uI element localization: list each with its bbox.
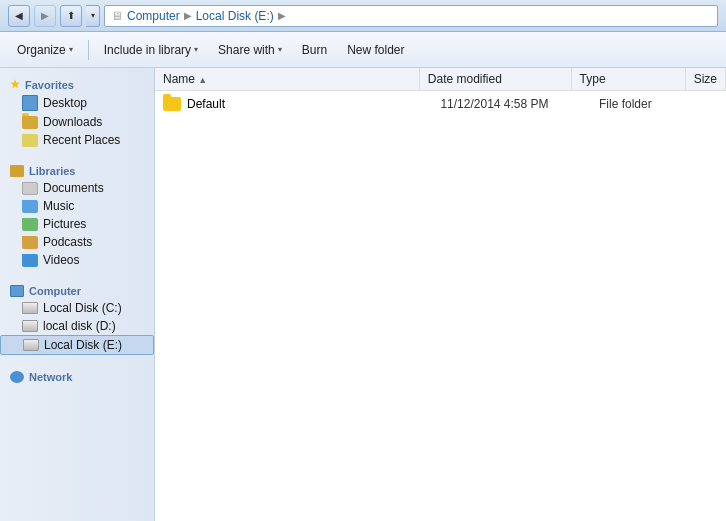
sidebar-item-local-disk-c[interactable]: Local Disk (C:) [0,299,154,317]
toolbar-divider-1 [88,40,89,60]
sidebar: ★ Favorites Desktop Downloads Recent Pla… [0,68,155,521]
sidebar-favorites-label: ★ Favorites [0,74,154,93]
col-header-date[interactable]: Date modified [420,68,572,90]
sidebar-item-recent-places[interactable]: Recent Places [0,131,154,149]
address-bar: ◀ ▶ ⬆ ▾ 🖥 Computer ▶ Local Disk (E:) ▶ [0,0,726,32]
videos-icon [22,254,38,267]
drive-e-icon [23,339,39,351]
file-type-cell: File folder [591,93,710,115]
sidebar-item-pictures[interactable]: Pictures [0,215,154,233]
desktop-icon [22,95,38,111]
new-folder-button[interactable]: New folder [338,37,413,63]
organize-chevron-icon: ▾ [69,45,73,54]
sidebar-item-documents[interactable]: Documents [0,179,154,197]
sidebar-item-local-disk-d[interactable]: local disk (D:) [0,317,154,335]
col-header-type[interactable]: Type [572,68,686,90]
breadcrumb-sep-1: ▶ [184,10,192,21]
main-content: ★ Favorites Desktop Downloads Recent Pla… [0,68,726,521]
back-button[interactable]: ◀ [8,5,30,27]
sidebar-item-desktop[interactable]: Desktop [0,93,154,113]
toolbar: Organize ▾ Include in library ▾ Share wi… [0,32,726,68]
file-list-header: Name ▲ Date modified Type Size [155,68,726,91]
star-icon: ★ [10,78,20,91]
file-list: Name ▲ Date modified Type Size Default 1… [155,68,726,521]
downloads-icon [22,116,38,129]
breadcrumb: 🖥 Computer ▶ Local Disk (E:) ▶ [104,5,718,27]
sidebar-section-libraries: Libraries Documents Music Pictures Podca… [0,161,154,269]
sidebar-item-videos[interactable]: Videos [0,251,154,269]
libraries-icon [10,165,24,177]
file-size-cell [710,100,726,108]
include-library-chevron-icon: ▾ [194,45,198,54]
sidebar-section-network: Network [0,367,154,385]
sidebar-section-favorites: ★ Favorites Desktop Downloads Recent Pla… [0,74,154,149]
sidebar-item-music[interactable]: Music [0,197,154,215]
sidebar-item-downloads[interactable]: Downloads [0,113,154,131]
nav-dropdown[interactable]: ▾ [86,5,100,27]
sidebar-network-label: Network [0,367,154,385]
col-header-name[interactable]: Name ▲ [155,68,420,90]
folder-icon [163,97,181,111]
sidebar-section-computer: Computer Local Disk (C:) local disk (D:)… [0,281,154,355]
sidebar-computer-label: Computer [0,281,154,299]
file-date-cell: 11/12/2014 4:58 PM [432,93,591,115]
sidebar-libraries-label: Libraries [0,161,154,179]
sort-arrow-icon: ▲ [198,75,207,85]
col-header-size[interactable]: Size [686,68,726,90]
breadcrumb-localdisk-e[interactable]: Local Disk (E:) [196,9,274,23]
breadcrumb-computer[interactable]: Computer [127,9,180,23]
share-with-button[interactable]: Share with ▾ [209,37,291,63]
podcasts-icon [22,236,38,249]
forward-button[interactable]: ▶ [34,5,56,27]
recent-places-icon [22,134,38,147]
documents-icon [22,182,38,195]
file-name-cell: Default [155,93,432,115]
network-icon [10,371,24,383]
sidebar-item-local-disk-e[interactable]: Local Disk (E:) [0,335,154,355]
table-row[interactable]: Default 11/12/2014 4:58 PM File folder [155,91,726,118]
share-with-chevron-icon: ▾ [278,45,282,54]
computer-icon [10,285,24,297]
burn-button[interactable]: Burn [293,37,336,63]
up-button[interactable]: ⬆ [60,5,82,27]
breadcrumb-separator: 🖥 [111,9,123,23]
breadcrumb-sep-2: ▶ [278,10,286,21]
music-icon [22,200,38,213]
sidebar-item-podcasts[interactable]: Podcasts [0,233,154,251]
organize-button[interactable]: Organize ▾ [8,37,82,63]
drive-d-icon [22,320,38,332]
pictures-icon [22,218,38,231]
include-library-button[interactable]: Include in library ▾ [95,37,207,63]
drive-c-icon [22,302,38,314]
